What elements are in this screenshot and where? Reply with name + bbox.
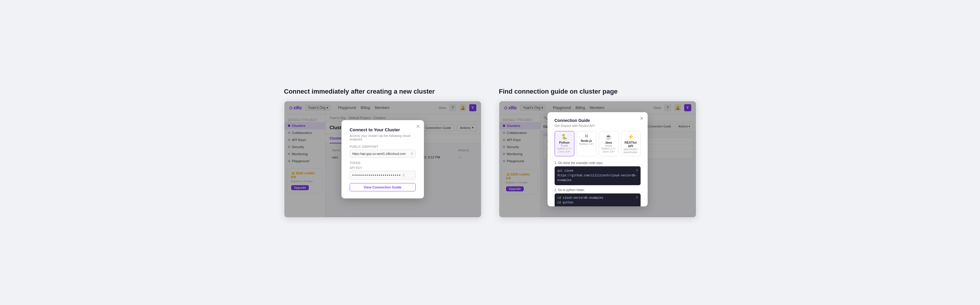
step1-code: git clone https://github.com/zilliztech/… xyxy=(555,166,641,185)
conn-guide-close-btn[interactable]: ✕ xyxy=(640,116,644,121)
lang-name-python: Python xyxy=(557,141,572,144)
lang-card-restful[interactable]: ⚡ RESTful API placeholderplaceholder xyxy=(621,131,641,156)
endpoint-label: Public Endpoint xyxy=(350,145,416,148)
modal-title: Connect to Your Cluster xyxy=(350,127,416,132)
api-key-dots: •••••••••••••••••••••••• xyxy=(352,173,401,178)
lang-name-nodejs: Node.js xyxy=(579,139,594,143)
conn-guide-subtitle: Get Started with Restful API xyxy=(555,124,641,127)
lang-card-nodejs[interactable]: N Node.js Node.js 14+ xyxy=(577,131,597,156)
right-panel: Find connection guide on cluster page ◇ … xyxy=(499,87,696,218)
language-grid: 🐍 Python Install Python 3.7+Linux 3.8+ N… xyxy=(555,131,641,156)
left-modal-overlay: ✕ Connect to Your Cluster Access your cl… xyxy=(284,101,481,217)
right-panel-title: Find connection guide on cluster page xyxy=(499,87,696,96)
modal-subtitle: Access your cluster via the following cl… xyxy=(350,134,416,141)
api-key-copy-icon[interactable]: ⎘ xyxy=(403,173,405,177)
conn-guide-title: Connection Guide xyxy=(555,118,641,123)
page-container: Connect immediately after creating a new… xyxy=(284,87,696,218)
connection-guide-modal: ✕ Connection Guide Get Started with Rest… xyxy=(547,112,648,207)
endpoint-field: https://api.gcp-us-west1.zillizcloud.com… xyxy=(350,149,416,158)
right-modal-overlay: ✕ Connection Guide Get Started with Rest… xyxy=(499,101,696,217)
token-label: Token xyxy=(350,161,416,165)
connect-modal: ✕ Connect to Your Cluster Access your cl… xyxy=(342,120,424,199)
endpoint-copy-icon[interactable]: ⎘ xyxy=(411,152,413,156)
left-panel-title: Connect immediately after creating a new… xyxy=(284,87,481,96)
view-connection-guide-button[interactable]: View Connection Guide xyxy=(350,183,416,191)
lang-name-restful: RESTful API xyxy=(623,141,638,148)
left-screenshot: ◇ zilliz Yuan's Org ▾ Playground Billing… xyxy=(284,101,481,218)
step1-label: 1. Git clone the example code repo. xyxy=(555,161,641,165)
api-key-field: •••••••••••••••••••••••• ⎘ xyxy=(350,171,416,180)
lang-card-java[interactable]: ☕ Java Install Python 3.7+Linux 3.8+ xyxy=(599,131,619,156)
lang-name-java: Java xyxy=(601,141,616,144)
modal-close-button[interactable]: ✕ xyxy=(416,124,420,129)
step1-copy-icon[interactable]: ⎘ xyxy=(636,168,638,173)
step2-label: 2. Go to python folder. xyxy=(555,188,641,192)
left-panel: Connect immediately after creating a new… xyxy=(284,87,481,218)
api-key-label: API Key xyxy=(350,166,416,170)
right-screenshot: ◇ zilliz Yuan's Org ▾ Playground Billing… xyxy=(499,101,696,218)
step2-copy-icon[interactable]: ⎘ xyxy=(636,195,638,200)
endpoint-value: https://api.gcp-us-west1.zillizcloud.com xyxy=(352,152,409,156)
lang-card-python[interactable]: 🐍 Python Install Python 3.7+Linux 3.8+ xyxy=(555,131,574,156)
step2-code: cd cloud-vectordb-examples cd python ⎘ xyxy=(555,194,641,207)
